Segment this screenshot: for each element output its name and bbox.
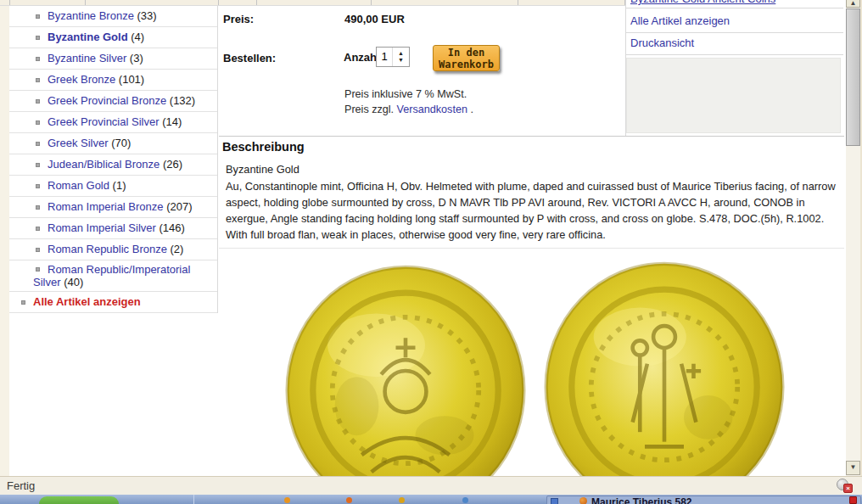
cart-button-line1: In den <box>434 47 499 59</box>
coin-reverse-image[interactable] <box>542 261 786 476</box>
sidebar-item-label: Roman Gold <box>48 179 109 192</box>
product-images-area <box>219 249 844 476</box>
browser-status-bar: Fertig <box>0 476 862 495</box>
section-divider <box>219 136 844 137</box>
bullet-icon <box>36 163 40 167</box>
bullet-icon <box>36 267 40 272</box>
order-label: Bestellen: <box>223 52 276 64</box>
scroll-down-button[interactable]: ▼ <box>846 461 860 475</box>
bullet-icon <box>36 78 40 82</box>
sidebar-item-label: Greek Bronze <box>48 73 115 86</box>
vertical-scrollbar[interactable]: ▲ ▼ <box>846 0 860 476</box>
start-button[interactable] <box>39 496 119 504</box>
sidebar-item-label: Byzantine Bronze <box>48 9 134 22</box>
link-row-print[interactable]: Druckansicht <box>626 33 843 55</box>
status-text: Fertig <box>7 479 35 492</box>
sidebar-item-greek-bronze[interactable]: Greek Bronze (101) <box>9 70 217 91</box>
price-value: 490,00 EUR <box>344 13 405 25</box>
sidebar-item-label: Alle Artikel anzeigen <box>33 295 141 308</box>
add-to-cart-button[interactable]: In den Warenkorb <box>433 45 500 71</box>
sidebar-item-byzantine-silver[interactable]: Byzantine Silver (3) <box>9 48 217 70</box>
sidebar-item-label: Byzantine Gold <box>48 31 128 43</box>
quicklaunch-icon[interactable] <box>462 497 468 503</box>
item-count: (207) <box>166 200 192 213</box>
sidebar-item-label: Greek Provincial Bronze <box>48 94 166 107</box>
item-count: (3) <box>130 52 143 64</box>
quicklaunch-icon[interactable] <box>284 497 290 503</box>
sidebar-item-judean-biblical-bronze[interactable]: Judean/Biblical Bronze (26) <box>9 154 217 176</box>
taskbar: Maurice Tiberius 582... <box>0 495 862 504</box>
coin-obverse-image[interactable] <box>283 265 528 476</box>
cart-button-line2: Warenkorb <box>434 59 499 70</box>
tray-alert-icon[interactable] <box>849 496 857 504</box>
scroll-down-icon: ▼ <box>850 463 857 471</box>
item-count: (40) <box>64 276 83 288</box>
sidebar-item-roman-republic-bronze[interactable]: Roman Republic Bronze (2) <box>9 239 217 260</box>
price-label: Preis: <box>223 13 254 25</box>
link-row-all-items[interactable]: Alle Artikel anzeigen <box>626 8 843 33</box>
page-left-margin <box>0 6 9 476</box>
sidebar-item-roman-imperial-silver[interactable]: Roman Imperial Silver (146) <box>9 218 217 239</box>
item-count: (132) <box>170 94 195 107</box>
item-count: (1) <box>113 179 126 192</box>
category-sidebar: Byzantine Bronze (33) Byzantine Gold (4)… <box>9 6 218 313</box>
sidebar-item-label: Greek Provincial Silver <box>48 115 160 128</box>
bullet-icon <box>36 142 40 146</box>
quantity-value[interactable]: 1 <box>377 48 393 66</box>
spin-up-icon[interactable]: ▲ <box>398 50 404 57</box>
firefox-icon <box>579 497 587 504</box>
print-view-link[interactable]: Druckansicht <box>630 36 694 49</box>
scrollbar-thumb[interactable] <box>846 8 860 146</box>
quantity-stepper[interactable]: 1 ▲ ▼ <box>376 47 410 67</box>
item-count: (14) <box>162 115 182 128</box>
bullet-icon <box>36 57 40 61</box>
item-count: (101) <box>119 73 144 86</box>
quicklaunch-icon[interactable] <box>399 497 405 503</box>
item-count: (2) <box>171 243 184 255</box>
quantity-label: Anzahl <box>344 51 380 64</box>
scroll-up-icon: ▲ <box>850 0 857 7</box>
shipping-costs-link[interactable]: Versandkosten <box>397 104 467 115</box>
item-count: (146) <box>160 221 185 234</box>
item-count: (70) <box>111 137 131 149</box>
item-count: (33) <box>137 9 157 22</box>
sidebar-item-label: Greek Silver <box>48 137 109 149</box>
task-button[interactable]: Maurice Tiberius 582... <box>546 496 861 504</box>
blocked-badge-icon: × <box>843 484 853 493</box>
show-all-items-link[interactable]: Alle Artikel anzeigen <box>630 14 730 27</box>
sidebar-item-byzantine-bronze[interactable]: Byzantine Bronze (33) <box>9 6 217 27</box>
sidebar-item-greek-provincial-bronze[interactable]: Greek Provincial Bronze (132) <box>9 91 217 112</box>
spin-down-icon[interactable]: ▼ <box>398 57 404 64</box>
shipping-note: Preis zzgl. Versandkosten . <box>344 104 473 115</box>
taskbar-divider <box>193 495 194 504</box>
vat-note: Preis inklusive 7 % MwSt. <box>344 88 467 100</box>
sidebar-item-roman-republic-imperatorial-silver[interactable]: Roman Republic/Imperatorial Silver (40) <box>9 260 217 292</box>
sidebar-item-label: Roman Imperial Bronze <box>48 200 164 213</box>
sidebar-item-alle-artikel-anzeigen[interactable]: Alle Artikel anzeigen <box>9 292 217 313</box>
description-heading: Beschreibung <box>222 140 305 154</box>
category-link[interactable]: Byzantine Gold Ancient Coins <box>630 0 775 5</box>
sidebar-item-label: Roman Republic/Imperatorial Silver <box>33 263 190 288</box>
bullet-icon <box>21 300 25 305</box>
description-divider <box>219 248 844 249</box>
bullet-icon <box>36 227 40 231</box>
header-strip <box>0 0 626 6</box>
description-body: Au, Constantinople mint, Officina H, Obv… <box>226 178 838 243</box>
empty-panel-box <box>626 58 841 133</box>
sidebar-item-roman-gold[interactable]: Roman Gold (1) <box>9 176 217 197</box>
sidebar-item-roman-imperial-bronze[interactable]: Roman Imperial Bronze (207) <box>9 197 217 218</box>
item-count: (4) <box>131 31 144 43</box>
quicklaunch-icon[interactable] <box>346 497 352 503</box>
bullet-icon <box>36 205 40 210</box>
bullet-icon <box>36 120 40 125</box>
window-icon <box>551 498 558 504</box>
bullet-icon <box>36 184 40 188</box>
link-row-category[interactable]: Byzantine Gold Ancient Coins <box>626 0 843 8</box>
sidebar-item-byzantine-gold[interactable]: Byzantine Gold (4) <box>9 27 217 48</box>
sidebar-item-greek-silver[interactable]: Greek Silver (70) <box>9 133 217 154</box>
sidebar-item-greek-provincial-silver[interactable]: Greek Provincial Silver (14) <box>9 112 217 133</box>
shipping-prefix: Preis zzgl. <box>344 104 397 115</box>
scroll-up-button[interactable]: ▲ <box>846 0 860 8</box>
context-link-panel: Byzantine Gold Ancient Coins Alle Artike… <box>626 0 843 133</box>
bullet-icon <box>36 99 40 104</box>
